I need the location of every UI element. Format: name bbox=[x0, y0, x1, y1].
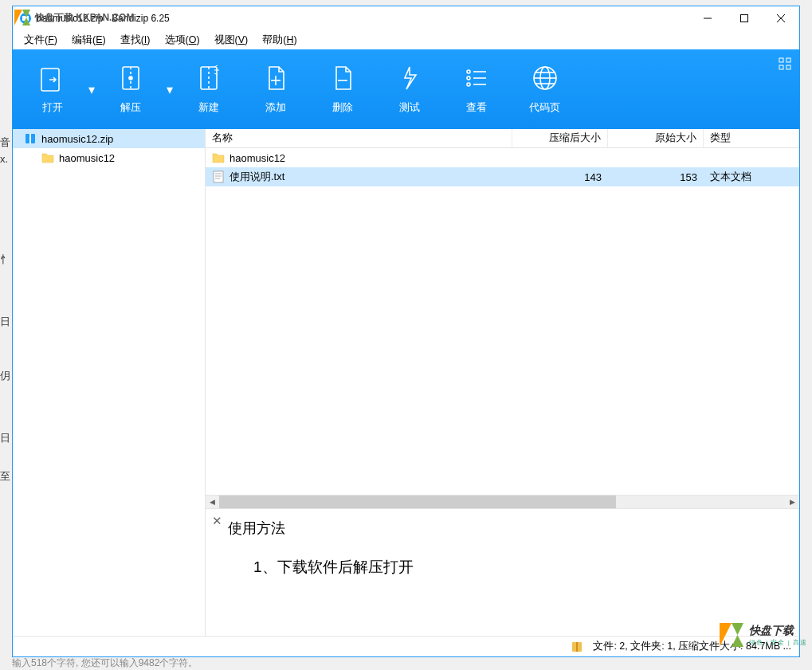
scroll-thumb[interactable] bbox=[219, 496, 616, 509]
svg-point-17 bbox=[467, 76, 470, 80]
menu-find[interactable]: 查找(I) bbox=[114, 32, 157, 49]
new-icon bbox=[194, 64, 223, 92]
codepage-button[interactable]: 代码页 bbox=[510, 49, 579, 129]
menu-options[interactable]: 选项(O) bbox=[159, 32, 206, 49]
scroll-right[interactable]: ▶ bbox=[786, 496, 799, 509]
main-panel: 名称 压缩后大小 原始大小 类型 haomusic12 bbox=[206, 129, 799, 636]
add-icon bbox=[261, 64, 290, 92]
watermark-logo bbox=[717, 621, 746, 649]
svg-rect-27 bbox=[787, 58, 790, 62]
toolbar-overflow[interactable] bbox=[779, 57, 791, 73]
folder-icon bbox=[212, 151, 225, 164]
codepage-icon bbox=[531, 64, 559, 92]
menu-edit[interactable]: 编辑(E) bbox=[65, 32, 112, 49]
extract-button[interactable]: 解压 bbox=[97, 49, 164, 129]
folder-icon bbox=[41, 151, 54, 164]
column-original[interactable]: 原始大小 bbox=[608, 129, 704, 147]
app-window: haomusic12.zip - Bandizip 6.25 文件(F) 编辑(… bbox=[12, 6, 800, 657]
watermark-logo bbox=[13, 8, 32, 27]
preview-title: 使用方法 bbox=[228, 519, 777, 538]
extract-icon bbox=[116, 64, 145, 92]
column-type[interactable]: 类型 bbox=[704, 129, 799, 147]
zip-icon bbox=[24, 132, 37, 145]
preview-pane: ✕ 使用方法 1、下载软件后解压打开 bbox=[206, 508, 799, 636]
delete-button[interactable]: 删除 bbox=[309, 49, 376, 129]
open-icon bbox=[38, 64, 67, 92]
test-button[interactable]: 测试 bbox=[376, 49, 443, 129]
svg-rect-37 bbox=[576, 642, 578, 652]
svg-rect-31 bbox=[29, 134, 31, 143]
new-button[interactable]: 新建 bbox=[175, 49, 242, 129]
extract-dropdown[interactable]: ▾ bbox=[164, 49, 175, 129]
view-button[interactable]: 查看 bbox=[443, 49, 510, 129]
background-fragments: 音 x. 忄 日 仴 日 至 bbox=[0, 0, 12, 670]
delete-icon bbox=[328, 64, 357, 92]
svg-rect-3 bbox=[741, 15, 748, 22]
horizontal-scrollbar[interactable]: ◀ ▶ bbox=[206, 495, 799, 508]
menu-file[interactable]: 文件(F) bbox=[18, 32, 64, 49]
txt-icon bbox=[212, 170, 225, 183]
view-icon bbox=[462, 64, 491, 92]
menubar: 文件(F) 编辑(E) 查找(I) 选项(O) 视图(V) 帮助(H) bbox=[13, 30, 799, 49]
sidebar-tree: haomusic12.zip haomusic12 bbox=[13, 129, 206, 636]
svg-rect-26 bbox=[779, 58, 783, 62]
window-title: haomusic12.zip - Bandizip 6.25 bbox=[37, 13, 689, 24]
svg-point-9 bbox=[129, 76, 132, 80]
scroll-left[interactable]: ◀ bbox=[206, 496, 219, 509]
content-area: haomusic12.zip haomusic12 名称 压缩后大小 原始大小 … bbox=[13, 129, 799, 636]
menu-view[interactable]: 视图(V) bbox=[208, 32, 255, 49]
list-header: 名称 压缩后大小 原始大小 类型 bbox=[206, 129, 799, 148]
close-button[interactable] bbox=[763, 6, 799, 30]
svg-point-19 bbox=[467, 83, 470, 86]
watermark-top-left: 快盘下载 KKPAN.COM bbox=[13, 8, 134, 27]
svg-rect-32 bbox=[214, 171, 223, 182]
open-button[interactable]: 打开 bbox=[19, 49, 86, 129]
preview-close-button[interactable]: ✕ bbox=[212, 514, 222, 528]
watermark-bottom-right: 快盘下载 绿色 | 安全 | 高速 bbox=[717, 621, 807, 649]
svg-point-15 bbox=[467, 70, 470, 73]
statusbar: 文件: 2, 文件夹: 1, 压缩文件大小: 84.7MB ... bbox=[13, 636, 799, 656]
list-row[interactable]: haomusic12 bbox=[206, 148, 799, 167]
svg-rect-28 bbox=[779, 65, 783, 69]
background-bottom-text: 输入518个字符, 您还可以输入9482个字符。 bbox=[12, 656, 198, 670]
scroll-track[interactable] bbox=[219, 496, 786, 509]
minimize-button[interactable] bbox=[689, 6, 726, 30]
test-icon bbox=[395, 64, 424, 92]
file-list: haomusic12 使用说明.txt 143 153 文本文档 bbox=[206, 148, 799, 495]
preview-body: 1、下载软件后解压打开 bbox=[228, 557, 777, 578]
svg-rect-29 bbox=[787, 65, 790, 69]
column-compressed[interactable]: 压缩后大小 bbox=[512, 129, 608, 147]
toolbar: 打开 ▾ 解压 ▾ 新建 添加 删除 测试 查看 bbox=[13, 49, 799, 129]
tree-child[interactable]: haomusic12 bbox=[13, 148, 205, 167]
menu-help[interactable]: 帮助(H) bbox=[256, 32, 303, 49]
column-name[interactable]: 名称 bbox=[206, 129, 512, 147]
open-dropdown[interactable]: ▾ bbox=[86, 49, 97, 129]
list-row[interactable]: 使用说明.txt 143 153 文本文档 bbox=[206, 167, 799, 186]
maximize-button[interactable] bbox=[726, 6, 763, 30]
add-button[interactable]: 添加 bbox=[242, 49, 309, 129]
tree-root[interactable]: haomusic12.zip bbox=[13, 129, 205, 148]
archive-icon bbox=[571, 641, 583, 653]
